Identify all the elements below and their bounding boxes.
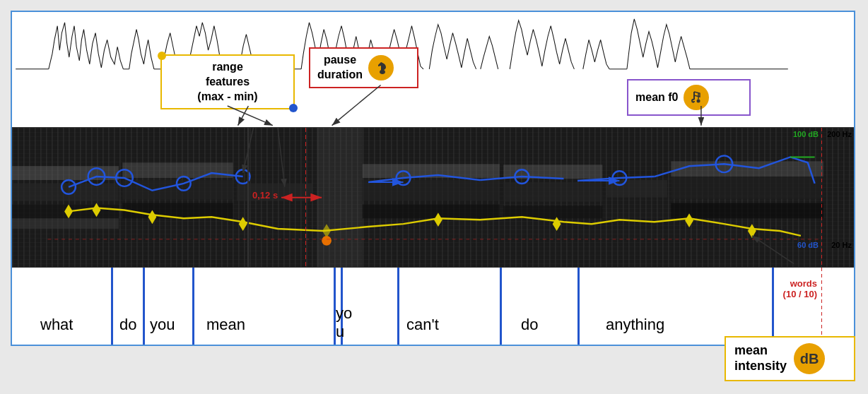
svg-point-11 [381,71,384,73]
mean-intensity-callout: mean intensity dB [725,336,855,381]
pause-label2: duration [317,68,363,83]
pause-boundary-line [305,128,306,267]
svg-point-12 [697,100,700,103]
range-features-label3: (max - min) [197,90,257,102]
hz-20-label: 20 Hz [831,241,852,249]
word-divider [111,268,113,345]
mean-f0-label: mean f0 [635,90,678,105]
right-boundary-dotted [821,128,822,268]
mean-f0-icon [684,85,709,110]
word-divider [500,268,502,345]
hz-high-label: 100 dB [793,130,819,138]
pause-duration-callout: pause duration [309,47,418,88]
word-you: you [150,316,175,334]
range-features-label2: features [206,76,250,88]
word-you2: you [336,304,352,341]
main-visualization: range features (max - min) pause duratio… [11,11,855,346]
word-anything: anything [606,316,664,334]
hz-low-label: 60 dB [797,241,819,249]
db-icon: dB [794,343,825,374]
spectrogram-background [12,128,854,267]
word-divider [772,268,774,345]
word-divider [143,268,145,345]
word-do1: do [119,316,136,334]
spectrogram-section: f0 [12,128,854,268]
mean-intensity-label1: mean [734,343,787,359]
mean-f0-callout: mean f0 [627,79,751,116]
pause-label1: pause [317,53,363,68]
right-dotted-words [821,268,822,345]
mean-intensity-label2: intensity [734,359,787,374]
hz-200-label: 200 Hz [827,130,852,138]
svg-line-16 [332,85,381,125]
word-do2: do [521,316,538,334]
waveform-section: range features (max - min) pause duratio… [12,12,854,128]
words-count-label: words (10 / 10) [783,278,817,299]
word-cant: can't [406,316,439,334]
words-section: what do you mean you can't do anything w… [12,268,854,345]
range-features-label: range [212,61,243,73]
word-boundary-solid [247,128,249,267]
pause-music-icon [368,55,394,80]
range-features-callout: range features (max - min) [160,54,295,109]
word-what: what [40,316,73,334]
word-divider [192,268,194,345]
word-mean: mean [206,316,245,334]
word-divider [577,268,580,345]
pause-duration-value: 0,12 s [252,190,278,201]
word-divider [397,268,399,345]
